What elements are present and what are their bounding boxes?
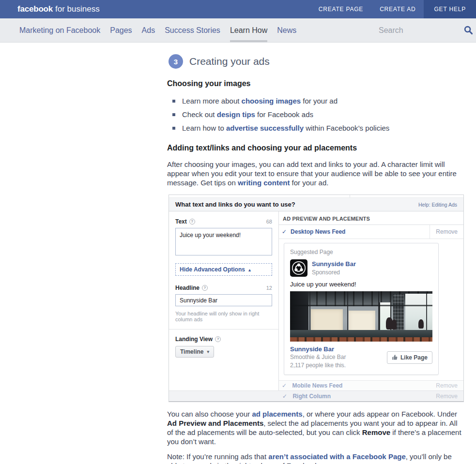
inline-link[interactable]: writing content [238,179,290,187]
inline-link[interactable]: aren’t associated with a Facebook Page [268,452,405,461]
info-icon[interactable]: ? [215,336,221,342]
text-run: for your ad. [290,179,328,187]
placement-desktop-news-feed[interactable]: Desktop News Feed [291,228,345,235]
page-name-link[interactable]: Sunnyside Bar [312,260,356,268]
placement-row-mobile: ✓ Mobile News Feed Remove [279,380,463,390]
get-help-button[interactable]: GET HELP [424,0,476,18]
logo-facebook: facebook [17,4,53,14]
landing-view-dropdown[interactable]: Timeline ▾ [175,346,214,358]
headline-helper-text: Your headline will only show in right co… [175,311,272,322]
info-icon[interactable]: ? [189,219,195,225]
remove-wrap: Remove [430,225,463,239]
ad-message: Juice up your weekend! [290,281,432,288]
ad-tool-title: What text and links do you want to use? [175,201,295,208]
footer-text: Sunnyside Bar Smoothie & Juice Bar 2,117… [290,345,346,369]
suggested-page-label: Suggested Page [290,249,432,255]
right-column-row-inner: ✓ Right Column Remove [279,391,463,401]
step-heading: 3 Creating your ads [169,54,464,69]
placement-row-right-column: ✓ Right Column Remove [169,390,463,401]
nav-success-stories[interactable]: Success Stories [165,18,220,42]
ad-tool-header: What text and links do you want to use? … [169,197,463,211]
info-icon[interactable]: ? [202,285,208,291]
step-number-badge: 3 [169,54,183,69]
inline-link[interactable]: ad placements [252,410,302,418]
logo-for-business: for business [55,4,100,14]
bullet-item: Learn more about choosing images for you… [167,96,464,106]
heading-adding-text-links: Adding text/links and choosing your ad p… [167,144,464,152]
ad-tool-screenshot: What text and links do you want to use? … [169,195,464,402]
mobile-row-left: ✓ Mobile News Feed [282,382,342,389]
card-head-text: Sunnyside Bar Sponsored [312,259,356,277]
text-run: Check out [182,110,217,119]
divider [169,329,278,329]
text-run: Remove [362,428,390,436]
sub-navbar: Marketing on Facebook Pages Ads Success … [0,18,476,43]
nav-learn-how[interactable]: Learn How [230,18,267,42]
text-run: Note: If you’re running ads that [167,452,268,461]
placement-row-desktop: ✓ Desktop News Feed Remove [279,225,463,239]
text-run: Learn how to [182,124,226,132]
ad-preview-card: Suggested Page [284,243,439,375]
text-run: You can also choose your [167,410,252,418]
text-label-row: Text ? 68 [175,218,272,225]
top-navbar: facebook for business CREATE PAGE CREATE… [0,0,476,18]
page-avatar-logo[interactable] [290,259,307,277]
help-editing-ads-link[interactable]: Help: Editing Ads [418,202,457,208]
hide-advanced-options-toggle[interactable]: Hide Advanced Options ▴ [175,263,272,276]
sponsored-label: Sponsored [312,269,356,276]
nav-pages[interactable]: Pages [110,18,132,42]
divider [350,195,350,197]
text-run: Learn more about [182,97,242,105]
inline-link[interactable]: design tips [217,110,255,119]
headline-label-row: Headline ? 12 [175,284,272,291]
search-icon[interactable] [464,26,473,35]
outro-paragraph-2: Note: If you’re running ads that aren’t … [167,452,464,464]
headline-char-count: 12 [266,285,272,291]
outro-paragraph-1: You can also choose your ad placements, … [167,409,464,446]
nav-ads[interactable]: Ads [142,18,155,42]
remove-right-column-link[interactable]: Remove [436,393,463,400]
text-char-count: 68 [266,219,272,225]
check-icon: ✓ [282,382,287,389]
dropdown-value: Timeline [180,348,203,355]
thumb-up-icon [392,354,398,360]
text-run: for Facebook ads [255,110,313,119]
headline-field-label: Headline [175,284,200,291]
ad-preview-section-title: AD PREVIEW AND PLACEMENTS [279,211,463,225]
right-column-row-left: ✓ Right Column [282,393,331,400]
inline-link[interactable]: choosing images [242,97,301,105]
like-page-button[interactable]: Like Page [387,351,432,364]
preview-area: Suggested Page [279,239,463,380]
card-footer: Sunnyside Bar Smoothie & Juice Bar 2,117… [290,345,432,369]
create-ad-link[interactable]: CREATE AD [371,0,424,18]
search-input[interactable] [379,26,460,35]
remove-mobile-link[interactable]: Remove [436,382,463,389]
card-head: Sunnyside Bar Sponsored [290,259,432,277]
bullet-list: Learn more about choosing images for you… [167,96,464,133]
ad-tool-body: Text ? 68 Juice up your weekend! Hide Ad… [169,211,463,390]
footer-likes: 2,117 people like this. [290,362,346,369]
facebook-business-logo[interactable]: facebook for business [17,0,100,18]
caret-up-icon: ▴ [248,268,251,272]
subnav-items: Marketing on Facebook Pages Ads Success … [19,18,296,42]
remove-desktop-link[interactable]: Remove [436,228,458,235]
step-title: Creating your ads [189,56,270,67]
text-run: Ad Preview and Placements [167,419,263,427]
text-run: for your ad [301,97,338,105]
bullet-item: Learn how to advertise successfully with… [167,123,464,133]
article-content: 3 Creating your ads Choosing your images… [0,43,476,464]
nav-news[interactable]: News [277,18,296,42]
footer-category: Smoothie & Juice Bar [290,354,346,361]
inline-link[interactable]: advertise successfully [226,124,304,132]
placement-mobile-news-feed[interactable]: Mobile News Feed [292,382,342,389]
bullet-item: Check out design tips for Facebook ads [167,110,464,120]
text-field-label: Text [175,218,187,225]
nav-marketing-on-facebook[interactable]: Marketing on Facebook [19,18,100,42]
check-icon: ✓ [282,228,287,235]
create-page-link[interactable]: CREATE PAGE [310,0,371,18]
ad-text-textarea[interactable]: Juice up your weekend! [175,228,272,255]
placement-right-column[interactable]: Right Column [292,393,331,400]
footer-page-name-link[interactable]: Sunnyside Bar [290,345,334,353]
headline-input[interactable] [175,294,272,306]
text-run: , or where your ads appear on Facebook. … [303,410,457,418]
